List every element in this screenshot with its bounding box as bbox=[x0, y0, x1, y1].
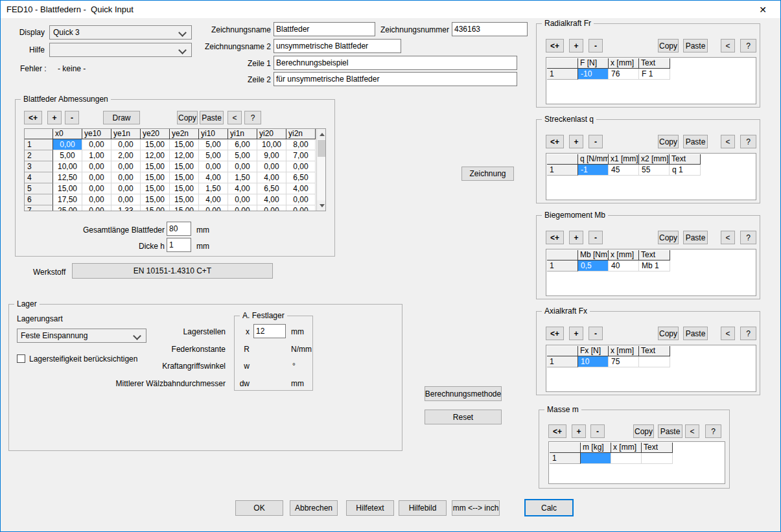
table-cell[interactable]: 25,00 bbox=[53, 205, 82, 211]
table-cell[interactable]: 1,33 bbox=[111, 205, 141, 211]
zeichnung-button[interactable]: Zeichnung bbox=[461, 167, 514, 181]
table-cell[interactable]: 40 bbox=[609, 260, 639, 272]
table-cell[interactable]: 0,00 bbox=[53, 139, 82, 150]
row-header[interactable]: 1 bbox=[547, 69, 578, 80]
remove-row-button[interactable]: - bbox=[590, 424, 605, 438]
copy-button[interactable]: Copy bbox=[633, 424, 654, 438]
table-cell[interactable]: 6,50 bbox=[286, 172, 316, 183]
help-button[interactable]: ? bbox=[740, 135, 756, 148]
table-cell[interactable]: F 1 bbox=[639, 69, 670, 80]
table-cell[interactable]: 6,00 bbox=[228, 139, 257, 150]
scroll-down-icon[interactable] bbox=[317, 200, 326, 211]
table-cell[interactable]: 0,00 bbox=[82, 205, 111, 211]
lagersteifigkeit-checkbox[interactable] bbox=[17, 354, 25, 363]
display-combobox[interactable]: Quick 3 bbox=[49, 25, 192, 40]
table-cell[interactable]: 0,00 bbox=[82, 183, 111, 194]
abbrechen-button[interactable]: Abbrechen bbox=[290, 500, 338, 516]
table-cell[interactable]: 5,00 bbox=[228, 150, 257, 161]
scroll-up-icon[interactable] bbox=[317, 129, 326, 139]
remove-row-button[interactable]: - bbox=[589, 135, 603, 148]
row-header[interactable]: 1 bbox=[550, 453, 581, 464]
row-header[interactable]: 1 bbox=[25, 139, 53, 150]
scrollbar-thumb[interactable] bbox=[318, 140, 326, 157]
table-cell[interactable]: 0,00 bbox=[199, 205, 228, 211]
dicke-input[interactable] bbox=[167, 238, 191, 252]
draw-button[interactable]: Draw bbox=[103, 111, 140, 124]
paste-button[interactable]: Paste bbox=[683, 231, 708, 244]
back-button[interactable]: < bbox=[721, 39, 735, 52]
row-header[interactable]: 2 bbox=[25, 150, 53, 161]
row-header[interactable]: 5 bbox=[25, 183, 53, 194]
remove-row-button[interactable]: - bbox=[589, 327, 603, 340]
table-cell[interactable]: Mb 1 bbox=[639, 260, 670, 272]
table-cell[interactable]: -1 bbox=[578, 165, 609, 176]
row-header[interactable]: 1 bbox=[547, 260, 578, 272]
table-cell[interactable]: 75 bbox=[609, 356, 639, 367]
table-cell[interactable]: -10 bbox=[578, 69, 609, 80]
add-row-button[interactable]: + bbox=[569, 135, 583, 148]
table-cell[interactable]: 1,00 bbox=[82, 150, 111, 161]
table-cell[interactable]: 0,00 bbox=[111, 161, 141, 172]
zeichnungsnummer-input[interactable] bbox=[452, 22, 528, 36]
row-header[interactable]: 6 bbox=[25, 194, 53, 205]
table-cell[interactable]: 0,00 bbox=[82, 172, 111, 183]
back-button[interactable]: < bbox=[227, 111, 242, 124]
vertical-scrollbar[interactable] bbox=[316, 129, 326, 211]
add-row-button[interactable]: + bbox=[572, 424, 586, 438]
table-cell[interactable]: 0,00 bbox=[228, 161, 257, 172]
table-cell[interactable]: 15,00 bbox=[170, 194, 199, 205]
table-cell[interactable]: 9,00 bbox=[257, 150, 286, 161]
table-cell[interactable] bbox=[642, 453, 673, 464]
table-cell[interactable]: 0,00 bbox=[111, 183, 141, 194]
table-cell[interactable]: 5,00 bbox=[53, 150, 82, 161]
copy-button[interactable]: Copy bbox=[658, 39, 679, 52]
table-cell[interactable] bbox=[611, 453, 642, 464]
copy-button[interactable]: Copy bbox=[658, 231, 679, 244]
table-cell[interactable]: 5,00 bbox=[199, 139, 228, 150]
table-cell[interactable]: 15,00 bbox=[53, 183, 82, 194]
table-cell[interactable]: 0,00 bbox=[257, 161, 286, 172]
table-cell[interactable]: 0,00 bbox=[286, 205, 316, 211]
table-cell[interactable]: 12,00 bbox=[170, 150, 199, 161]
help-button[interactable]: ? bbox=[705, 424, 721, 438]
festlager-x-input[interactable] bbox=[253, 324, 286, 338]
table-cell[interactable]: 7,00 bbox=[286, 150, 316, 161]
table-cell[interactable]: 0,00 bbox=[286, 194, 316, 205]
insert-row-button[interactable]: <+ bbox=[546, 327, 564, 340]
table-cell[interactable]: 15,00 bbox=[141, 161, 170, 172]
table-cell[interactable]: 15,00 bbox=[141, 183, 170, 194]
paste-button[interactable]: Paste bbox=[683, 39, 708, 52]
back-button[interactable]: < bbox=[721, 327, 735, 340]
close-icon[interactable]: ✕ bbox=[754, 3, 771, 16]
table-cell[interactable]: 10,00 bbox=[257, 139, 286, 150]
table-cell[interactable]: 15,00 bbox=[141, 139, 170, 150]
add-row-button[interactable]: + bbox=[569, 327, 583, 340]
reset-button[interactable]: Reset bbox=[425, 410, 502, 424]
remove-row-button[interactable]: - bbox=[589, 231, 603, 244]
table-cell[interactable]: 10,00 bbox=[53, 161, 82, 172]
insert-row-button[interactable]: <+ bbox=[546, 39, 564, 52]
table-cell[interactable]: 17,50 bbox=[53, 194, 82, 205]
back-button[interactable]: < bbox=[721, 135, 735, 148]
table-cell[interactable]: 45 bbox=[609, 165, 639, 176]
copy-button[interactable]: Copy bbox=[658, 327, 679, 340]
table-cell[interactable]: 4,00 bbox=[257, 194, 286, 205]
table-cell[interactable]: 0,00 bbox=[199, 161, 228, 172]
table-cell[interactable]: 15,00 bbox=[141, 205, 170, 211]
table-cell[interactable]: 76 bbox=[609, 69, 639, 80]
hilfe-combobox[interactable] bbox=[49, 43, 192, 57]
table-cell[interactable]: 0,00 bbox=[286, 161, 316, 172]
back-button[interactable]: < bbox=[685, 424, 699, 438]
gesamtlaenge-input[interactable] bbox=[167, 222, 191, 236]
mm-inch-button[interactable]: mm <--> inch bbox=[452, 500, 500, 516]
table-cell[interactable]: 0,00 bbox=[228, 205, 257, 211]
insert-row-button[interactable]: <+ bbox=[546, 135, 564, 148]
back-button[interactable]: < bbox=[721, 231, 735, 244]
table-cell[interactable]: 2,00 bbox=[111, 150, 141, 161]
help-button[interactable]: ? bbox=[740, 327, 756, 340]
table-cell[interactable]: 8,00 bbox=[286, 139, 316, 150]
insert-row-button[interactable]: <+ bbox=[546, 231, 564, 244]
help-button[interactable]: ? bbox=[740, 231, 756, 244]
zeile2-input[interactable] bbox=[274, 72, 517, 86]
table-cell[interactable]: 6,50 bbox=[257, 183, 286, 194]
